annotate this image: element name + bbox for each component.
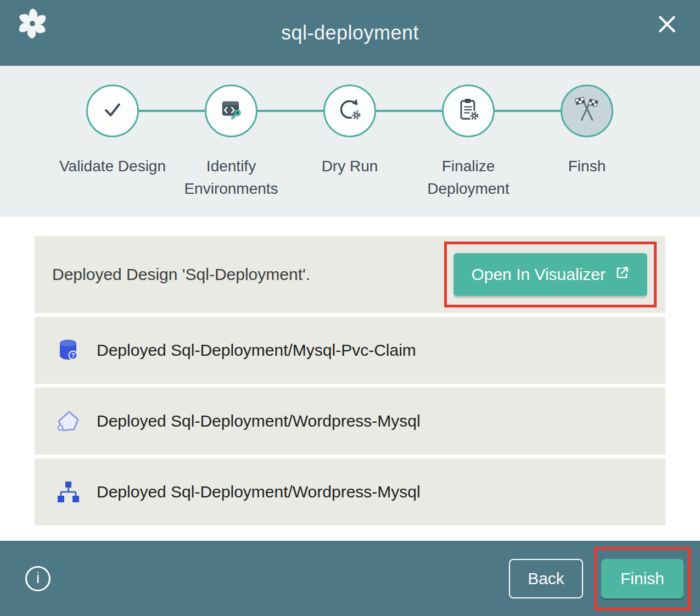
info-glyph: i [36,570,40,587]
step-label: Dry Run [322,155,378,178]
deployed-resource-row: Deployed Sql-Deployment/Wordpress-Mysql [35,458,665,525]
check-icon [98,96,127,126]
deployed-resource-row: Deployed Sql-Deployment/Wordpress-Mysql [35,388,665,455]
sync-gear-icon [335,96,364,126]
step-circle-identify-environments[interactable] [205,85,257,137]
checkered-flags-icon [573,96,601,126]
step-circle-dry-run[interactable] [323,85,376,137]
open-in-visualizer-label: Open In Visualizer [471,265,606,284]
step-circle-finish[interactable] [561,85,613,137]
annotation-box-finish: Finish [594,547,691,611]
step-dry-run: Dry Run [290,85,409,200]
deployed-resource-text: Deployed Sql-Deployment/Mysql-Pvc-Claim [97,341,416,360]
workload-tree-icon [55,479,81,505]
dialog-footer: i Back Finish [0,541,700,616]
code-wrench-icon [217,96,245,126]
step-circle-validate-design[interactable] [86,85,139,137]
clipboard-gear-icon [454,96,483,126]
dialog-title: sql-deployment [0,0,700,66]
deployed-resource-row: ? Deployed Sql-Deployment/Mysql-Pvc-Clai… [35,317,665,384]
info-icon[interactable]: i [25,566,51,591]
step-validate-design: Validate Design [53,85,172,200]
deployment-wizard-dialog: sql-deployment Validate Design [0,0,700,616]
dialog-header: sql-deployment [0,0,700,66]
step-label: Validate Design [59,155,166,178]
step-label: Finsh [568,155,606,178]
results-panel: Deployed Design 'Sql-Deployment'. Open I… [0,217,700,541]
external-link-icon [614,265,630,284]
svg-text:?: ? [71,352,75,359]
pentagon-icon [55,408,81,434]
step-circle-finalize-deployment[interactable] [442,85,495,137]
close-icon[interactable] [655,12,679,36]
step-finalize-deployment: Finalize Deployment [409,85,528,200]
annotation-box-visualizer: Open In Visualizer [444,242,657,307]
step-identify-environments: Identify Environments [172,85,290,200]
step-finish: Finsh [528,85,646,200]
open-in-visualizer-button[interactable]: Open In Visualizer [453,253,647,296]
stepper: Validate Design Identify Environment [0,66,700,217]
finish-button[interactable]: Finish [601,559,684,598]
deployed-resource-text: Deployed Sql-Deployment/Wordpress-Mysql [97,412,421,430]
deploy-message: Deployed Design 'Sql-Deployment'. [52,265,310,284]
database-icon: ? [55,337,81,363]
step-label: Identify Environments [176,155,286,200]
step-label: Finalize Deployment [413,155,523,200]
deployed-design-row: Deployed Design 'Sql-Deployment'. Open I… [35,236,665,313]
deployed-resource-text: Deployed Sql-Deployment/Wordpress-Mysql [97,483,421,501]
back-button[interactable]: Back [509,559,583,598]
